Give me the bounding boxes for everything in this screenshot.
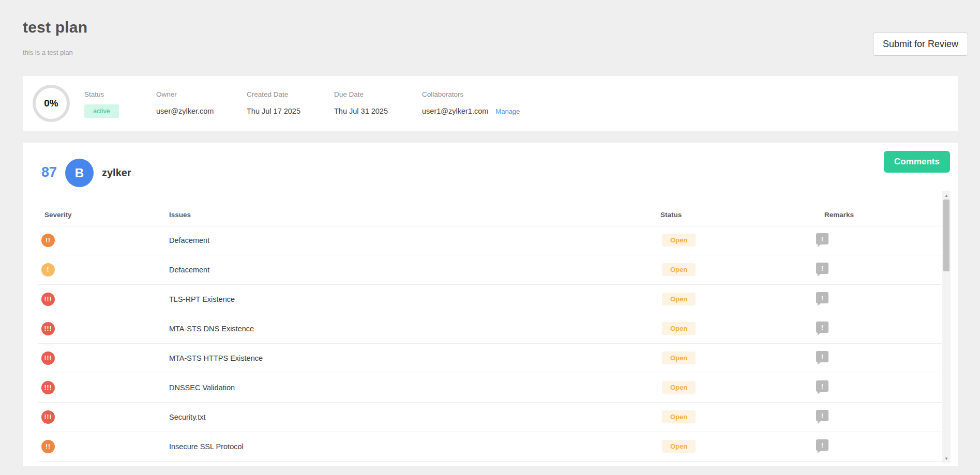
issue-name[interactable]: Security.txt [169,413,206,421]
org-avatar[interactable]: B [65,159,94,187]
plan-summary-card: 0% Status active Owner user@zylker.com C… [23,76,958,131]
remark-mark: ! [821,235,823,243]
issue-status-badge[interactable]: Open [662,293,696,305]
page-subtitle: this is a test plan [23,49,73,56]
table-row[interactable]: !!!DNSSEC ValidationOpen! [38,373,942,403]
manage-collaborators-link[interactable]: Manage [495,108,520,115]
issue-count: 87 [41,164,57,180]
severity-icon: !!! [41,381,55,394]
remark-icon[interactable]: ! [816,321,828,333]
issue-status-badge[interactable]: Open [662,322,696,335]
comments-button[interactable]: Comments [884,151,950,173]
column-header-status: Status [660,211,682,219]
issue-name[interactable]: Defacement [169,266,209,274]
remark-icon[interactable]: ! [816,439,828,451]
column-header-issues: Issues [169,211,191,219]
field-label: Owner [156,90,214,98]
scrollbar-thumb[interactable] [943,200,949,271]
field-due-date: Due Date Thu Jul 31 2025 [334,90,388,115]
issue-name[interactable]: DNSSEC Validation [169,384,235,392]
issues-table-body: !!DefacementOpen!!DefacementOpen!!!!TLS-… [38,226,942,462]
issue-status-badge[interactable]: Open [662,263,696,276]
severity-icon: !! [41,440,55,453]
remark-icon[interactable]: ! [816,263,828,274]
issue-status-badge[interactable]: Open [662,351,696,364]
collaborator-row: user1@zylker1.comManage [422,107,520,115]
field-label: Collaborators [422,90,520,98]
remark-icon[interactable]: ! [816,292,828,303]
table-row[interactable]: !!!MTA-STS DNS ExistenceOpen! [38,314,942,344]
remark-mark: ! [821,324,823,331]
severity-icon: !!! [41,293,55,306]
remark-icon[interactable]: ! [816,410,828,421]
remark-icon[interactable]: ! [816,380,828,392]
severity-icon: !! [41,234,55,247]
field-created-date: Created Date Thu Jul 17 2025 [247,90,300,115]
table-row[interactable]: !!!TLS-RPT ExistenceOpen! [38,285,942,314]
field-status: Status active [84,90,119,118]
issue-status-badge[interactable]: Open [662,381,696,394]
scroll-down-arrow-icon[interactable]: ▼ [942,455,951,462]
table-row[interactable]: !!DefacementOpen! [38,226,942,255]
progress-value: 0% [44,98,58,109]
severity-icon: !!! [41,410,55,424]
field-collaborators: Collaborators user1@zylker1.comManage [422,90,520,115]
column-header-remarks: Remarks [824,211,854,219]
due-date-value: Thu Jul 31 2025 [334,107,388,115]
submit-for-review-button[interactable]: Submit for Review [873,33,968,56]
remark-icon[interactable]: ! [816,233,828,244]
org-name: zylker [102,167,131,179]
field-label: Created Date [247,90,300,98]
table-row[interactable]: !!Insecure SSL ProtocolOpen! [38,432,942,462]
remark-mark: ! [821,265,823,272]
remark-icon[interactable]: ! [816,351,828,362]
severity-icon: !!! [41,351,55,365]
field-owner: Owner user@zylker.com [156,90,214,115]
issue-status-badge[interactable]: Open [662,234,696,247]
remark-mark: ! [821,441,823,449]
remark-mark: ! [821,412,823,420]
issue-status-badge[interactable]: Open [662,410,696,423]
field-label: Status [84,90,119,98]
test-plan-page: test plan this is a test plan Submit for… [0,0,980,475]
table-row[interactable]: !DefacementOpen! [38,255,942,285]
table-scrollbar[interactable]: ▲ ▼ [942,191,951,463]
issue-name[interactable]: Insecure SSL Protocol [169,442,244,451]
status-badge: active [84,104,119,118]
remark-mark: ! [821,353,823,361]
issue-name[interactable]: Defacement [169,236,209,244]
progress-donut: 0% [33,85,70,122]
severity-icon: ! [41,263,55,277]
table-row[interactable]: !!!Security.txtOpen! [38,403,942,432]
issue-name[interactable]: MTA-STS DNS Existence [169,325,254,333]
field-label: Due Date [334,90,388,98]
severity-icon: !!! [41,322,55,335]
issue-status-badge[interactable]: Open [662,440,696,453]
issue-name[interactable]: TLS-RPT Existence [169,295,235,303]
page-title: test plan [23,19,87,36]
collaborator-email: user1@zylker1.com [422,107,488,115]
issue-name[interactable]: MTA-STS HTTPS Existence [169,354,263,362]
column-header-severity: Severity [44,211,72,219]
created-date-value: Thu Jul 17 2025 [247,107,300,115]
remark-mark: ! [821,294,823,302]
scroll-up-arrow-icon[interactable]: ▲ [942,192,951,199]
issues-panel: 87 B zylker Comments Severity Issues Sta… [23,143,958,466]
remark-mark: ! [821,382,823,390]
table-row[interactable]: !!!MTA-STS HTTPS ExistenceOpen! [38,344,942,373]
owner-value: user@zylker.com [156,107,214,115]
